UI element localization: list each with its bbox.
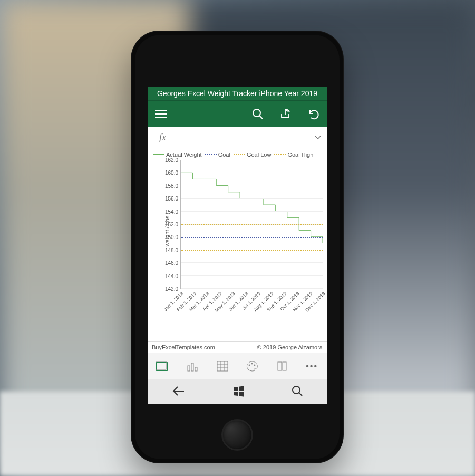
windows-icon[interactable] — [233, 385, 245, 399]
y-tick: 154.0 — [160, 208, 178, 214]
tab-keyboard-icon[interactable] — [275, 359, 289, 374]
fx-label: fx — [148, 132, 178, 143]
footer-credits: BuyExcelTemplates.com © 2019 George Alza… — [148, 341, 327, 353]
excel-tab-bar: ••• — [148, 353, 327, 379]
svg-rect-5 — [195, 367, 197, 371]
svg-rect-4 — [191, 363, 193, 371]
reference-line — [181, 250, 323, 251]
chart-plot: weight / Lbs 142.0144.0146.0148.0150.015… — [155, 160, 324, 302]
back-icon[interactable] — [171, 386, 186, 398]
footer-url: BuyExcelTemplates.com — [152, 344, 215, 350]
series-line — [181, 173, 323, 243]
y-tick: 158.0 — [160, 183, 178, 188]
y-tick: 148.0 — [160, 247, 178, 253]
nav-search-icon[interactable] — [292, 385, 303, 399]
tab-chart-icon[interactable] — [185, 359, 200, 374]
svg-point-7 — [249, 364, 250, 366]
svg-rect-6 — [217, 361, 228, 371]
y-tick: 150.0 — [160, 234, 178, 240]
tab-table-icon[interactable] — [215, 359, 230, 374]
svg-point-12 — [293, 386, 300, 394]
reference-line — [181, 237, 323, 238]
legend-item: Goal — [205, 151, 230, 158]
undo-icon[interactable] — [308, 108, 319, 120]
footer-copyright: © 2019 George Alzamora — [257, 344, 323, 350]
screen: Georges Excel Weight Tracker iPhone Year… — [148, 87, 327, 404]
y-tick: 152.0 — [160, 222, 178, 227]
y-tick: 142.0 — [160, 286, 178, 292]
svg-point-0 — [253, 109, 260, 117]
app-title: Georges Excel Weight Tracker iPhone Year… — [148, 87, 327, 101]
menu-icon[interactable] — [155, 110, 167, 118]
phone-frame: Georges Excel Weight Tracker iPhone Year… — [131, 31, 344, 463]
tab-card-icon[interactable] — [155, 359, 170, 374]
legend-item: Goal High — [274, 151, 313, 158]
svg-rect-3 — [188, 366, 190, 371]
tab-more-icon[interactable]: ••• — [305, 359, 319, 374]
app-toolbar — [148, 101, 327, 127]
formula-bar: fx — [148, 127, 327, 148]
legend-item: Goal Low — [234, 151, 271, 158]
formula-input[interactable] — [178, 127, 309, 148]
chart-container[interactable]: Actual Weight Goal Goal Low Goal High we… — [148, 148, 327, 341]
svg-rect-10 — [278, 362, 282, 370]
y-tick: 144.0 — [160, 273, 178, 279]
svg-point-8 — [251, 363, 253, 364]
y-tick: 156.0 — [160, 196, 178, 202]
svg-point-9 — [254, 364, 256, 366]
reference-line — [181, 224, 323, 225]
tab-palette-icon[interactable] — [245, 359, 259, 374]
svg-rect-11 — [283, 362, 286, 370]
home-button[interactable] — [221, 419, 253, 451]
os-nav-bar — [148, 379, 327, 404]
y-tick: 162.0 — [160, 157, 178, 163]
formula-dropdown-icon[interactable] — [309, 134, 327, 141]
y-tick: 146.0 — [160, 260, 178, 266]
search-icon[interactable] — [252, 108, 264, 120]
y-tick: 160.0 — [160, 170, 178, 176]
share-icon[interactable] — [279, 108, 292, 120]
